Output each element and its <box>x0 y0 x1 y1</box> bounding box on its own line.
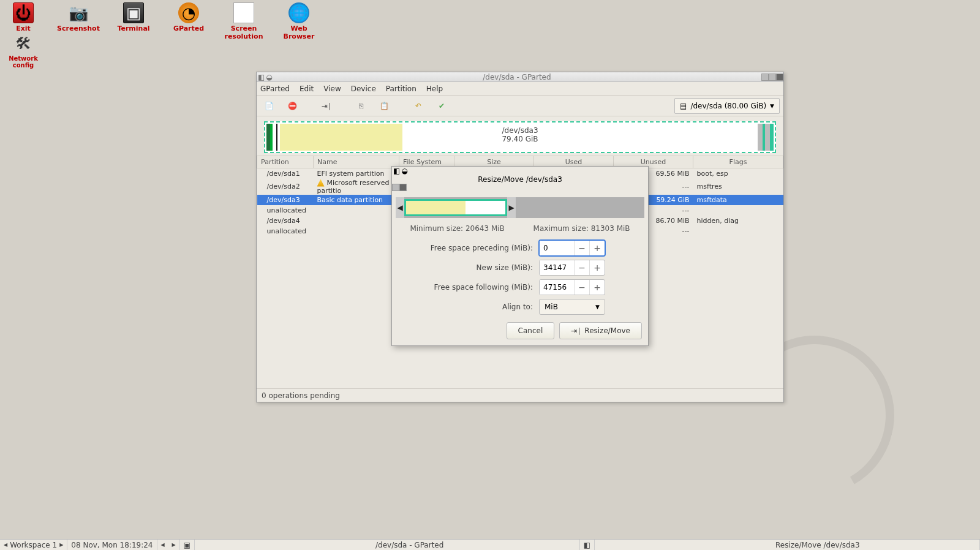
workspace-switcher[interactable]: ◀Workspace 1▶ <box>0 540 67 550</box>
label: Exit <box>16 24 31 32</box>
label: Cancel <box>518 326 543 335</box>
align-to-combo[interactable]: MiB ▼ <box>539 299 605 315</box>
arrow-left-icon[interactable]: ◀ <box>4 542 7 548</box>
chevron-down-icon: ▼ <box>595 304 600 310</box>
resize-handle-right[interactable]: ▶ <box>507 197 516 218</box>
apply-button[interactable]: ✔ <box>433 98 450 114</box>
free-space-preceding-input[interactable]: − + <box>539 240 605 256</box>
copy-button[interactable]: ⎘ <box>352 98 369 114</box>
free-space-following-label: Free space following (MiB): <box>402 283 533 292</box>
increment-button[interactable]: + <box>589 260 605 275</box>
new-size-label: New size (MiB): <box>402 263 533 272</box>
apply-icon: ⇥∣ <box>571 326 581 335</box>
desktop-icon-network-config[interactable]: 🛠Network config <box>2 33 44 69</box>
menu-view[interactable]: View <box>323 85 341 93</box>
delete-partition-button[interactable]: ⛔ <box>284 98 301 114</box>
desktop-icon-web-browser[interactable]: 🌐Web Browser <box>278 2 320 40</box>
input[interactable] <box>540 280 574 295</box>
window-menu-icon[interactable]: ◧ <box>258 73 265 81</box>
task-label: Resize/Move /dev/sda3 <box>775 541 860 549</box>
dialog-partition-graph[interactable]: ◀ ▶ <box>396 197 644 218</box>
col-partition[interactable]: Partition <box>257 156 314 168</box>
increment-button[interactable]: + <box>589 280 605 295</box>
label: Web Browser <box>278 24 320 40</box>
maximize-button[interactable] <box>769 73 776 81</box>
undo-button[interactable]: ↶ <box>410 98 427 114</box>
task-resize-dialog[interactable]: Resize/Move /dev/sda3 <box>772 540 980 550</box>
window-sticky-icon[interactable]: ◒ <box>266 73 272 81</box>
increment-button[interactable]: + <box>589 241 605 255</box>
window-menu-icon[interactable]: ◧ <box>393 167 400 175</box>
decrement-button[interactable]: − <box>574 260 589 275</box>
menu-help[interactable]: Help <box>426 85 443 93</box>
device-selector[interactable]: ▤ /dev/sda (80.00 GiB) ▼ <box>674 98 780 114</box>
col-name[interactable]: Name <box>314 156 399 168</box>
chevron-down-icon: ▼ <box>770 103 774 109</box>
graph-size-label: 79.40 GiB <box>502 135 538 143</box>
dialog-titlebar[interactable]: ◧◒ Resize/Move /dev/sda3 <box>392 167 648 191</box>
menu-partition[interactable]: Partition <box>386 85 417 93</box>
clock[interactable]: 08 Nov, Mon 18:19:24 <box>67 540 157 550</box>
dialog-close-button[interactable] <box>399 184 407 191</box>
decrement-button[interactable]: − <box>574 241 589 255</box>
input[interactable] <box>540 241 574 255</box>
toolbar: 📄 ⛔ ⇥∣ ⎘ 📋 ↶ ✔ ▤ /dev/sda (80.00 GiB) ▼ <box>257 96 783 116</box>
col-flags[interactable]: Flags <box>693 156 783 168</box>
resize-move-dialog: ◧◒ Resize/Move /dev/sda3 ◀ ▶ Minimum siz… <box>391 166 649 346</box>
align-to-label: Align to: <box>402 303 533 311</box>
desktop-icons: ⏻Exit 📷Screenshot ▣Terminal ◔GParted Scr… <box>2 2 320 40</box>
label: Network config <box>2 55 44 69</box>
show-desktop-button[interactable]: ▣ <box>180 540 195 550</box>
free-space-following-input[interactable]: − + <box>539 279 605 295</box>
arrow-right-icon[interactable]: ▶ <box>59 542 63 548</box>
input[interactable] <box>540 260 574 275</box>
titlebar[interactable]: ◧◒ /dev/sda - GParted <box>257 72 783 82</box>
resize-move-apply-button[interactable]: ⇥∣Resize/Move <box>559 322 642 339</box>
window-title: /dev/sda - GParted <box>273 73 761 81</box>
task-label: /dev/sda - GParted <box>375 541 443 549</box>
partition-graph[interactable]: /dev/sda3 79.40 GiB <box>260 119 780 151</box>
label: Resize/Move <box>584 326 630 335</box>
status-text: 0 operations pending <box>262 391 340 400</box>
dialog-title: Resize/Move /dev/sda3 <box>392 175 648 184</box>
menu-device[interactable]: Device <box>351 85 376 93</box>
clock-text: 08 Nov, Mon 18:19:24 <box>71 541 153 549</box>
graph-partition-label: /dev/sda3 <box>502 126 538 135</box>
label: Screenshot <box>57 24 100 32</box>
tray-icon[interactable]: ◧ <box>580 540 595 550</box>
min-size-label: Minimum size: 20643 MiB <box>410 224 504 233</box>
label: Screen resolution <box>223 24 265 40</box>
window-sticky-icon[interactable]: ◒ <box>401 167 407 175</box>
desktop-icons-row2: 🛠Network config <box>2 33 44 69</box>
label: GParted <box>173 24 204 32</box>
resize-handle-left[interactable]: ◀ <box>396 197 404 218</box>
paste-button[interactable]: 📋 <box>375 98 393 114</box>
minimize-button[interactable] <box>761 73 769 81</box>
warning-icon <box>317 179 325 187</box>
dialog-shade-button[interactable] <box>392 184 399 191</box>
pager-arrows[interactable]: ◀ ▶ <box>157 540 180 550</box>
label: Terminal <box>117 24 149 32</box>
task-gparted[interactable]: /dev/sda - GParted <box>372 540 580 550</box>
drive-icon: ▤ <box>680 102 687 110</box>
desktop-icon-screen-resolution[interactable]: Screen resolution <box>223 2 265 40</box>
desktop-icon-terminal[interactable]: ▣Terminal <box>113 2 154 40</box>
menu-gparted[interactable]: GParted <box>260 85 290 93</box>
menu-edit[interactable]: Edit <box>300 85 314 93</box>
close-button[interactable] <box>776 73 783 81</box>
resize-move-button[interactable]: ⇥∣ <box>318 98 335 114</box>
statusbar: 0 operations pending <box>257 388 783 402</box>
workspace-label: Workspace 1 <box>10 541 57 549</box>
free-space-preceding-label: Free space preceding (MiB): <box>402 244 533 252</box>
max-size-label: Maximum size: 81303 MiB <box>533 224 630 233</box>
new-size-input[interactable]: − + <box>539 260 605 276</box>
taskbar: ◀Workspace 1▶ 08 Nov, Mon 18:19:24 ◀ ▶ ▣… <box>0 539 980 550</box>
desktop-icon-gparted[interactable]: ◔GParted <box>168 2 209 40</box>
desktop-icon-screenshot[interactable]: 📷Screenshot <box>58 2 99 40</box>
device-selector-label: /dev/sda (80.00 GiB) <box>690 102 766 110</box>
combo-value: MiB <box>545 303 558 311</box>
cancel-button[interactable]: Cancel <box>507 322 555 339</box>
new-partition-button[interactable]: 📄 <box>260 98 277 114</box>
decrement-button[interactable]: − <box>574 280 589 295</box>
menubar: GParted Edit View Device Partition Help <box>257 82 783 96</box>
